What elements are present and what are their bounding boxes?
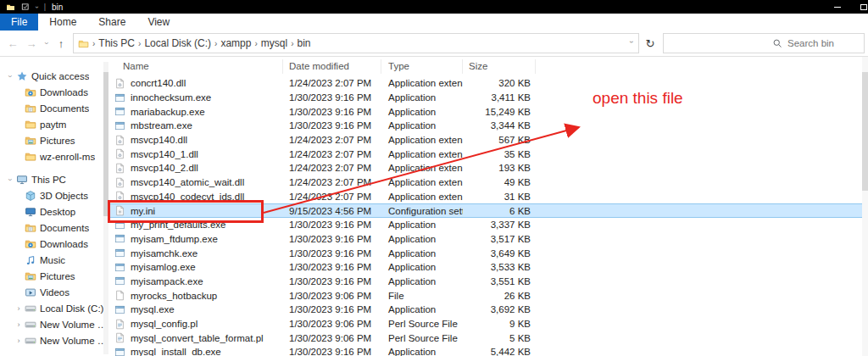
sidebar-item-local-disk-c[interactable]: ›Local Disk (C:) [0, 300, 108, 316]
sidebar-item-paytm[interactable]: paytm [0, 116, 108, 132]
file-name: my.ini [131, 206, 155, 216]
file-date-cell: 1/30/2023 9:16 PM [283, 220, 381, 230]
file-type-cell: Application [381, 347, 463, 356]
file-row-mariabackup-exe[interactable]: mariabackup.exe1/30/2023 9:16 PMApplicat… [108, 104, 868, 119]
sidebar-item-new-volume-e[interactable]: ›New Volume (E:) [0, 332, 108, 348]
expand-chevron-icon[interactable]: › [14, 304, 24, 313]
sidebar-item-pictures[interactable]: Pictures [0, 132, 108, 148]
titlebar-separator: | [44, 3, 46, 11]
file-row-myisamchk-exe[interactable]: myisamchk.exe1/30/2023 9:16 PMApplicatio… [108, 246, 868, 260]
column-header-date-modified[interactable]: Date modified [283, 59, 381, 74]
file-row-msvcp140-codecvt-ids-dll[interactable]: msvcp140_codecvt_ids.dll1/24/2023 2:07 P… [108, 190, 868, 204]
file-row-concrt140-dll[interactable]: concrt140.dll1/24/2023 2:07 PMApplicatio… [108, 76, 868, 91]
search-box[interactable]: Search bin [663, 33, 865, 53]
file-row-myisamlog-exe[interactable]: myisamlog.exe1/30/2023 9:16 PMApplicatio… [108, 260, 868, 275]
collapse-chevron-icon[interactable]: › [6, 71, 14, 81]
file-row-mysql-install-db-exe[interactable]: mysql_install_db.exe1/30/2023 9:16 PMApp… [108, 345, 868, 356]
file-row-mbstream-exe[interactable]: mbstream.exe1/30/2023 9:16 PMApplication… [108, 119, 868, 133]
file-size-cell: 49 KB [463, 177, 536, 187]
file-size-cell: 15,249 KB [463, 107, 536, 117]
file-row-msvcp140-atomic-wait-dll[interactable]: msvcp140_atomic_wait.dll1/24/2023 2:07 P… [108, 175, 868, 190]
sidebar-item-documents[interactable]: Documents [0, 220, 108, 236]
back-button[interactable]: ← [3, 37, 22, 50]
file-list-scrollbar-thumb[interactable] [862, 72, 868, 191]
file-row-innochecksum-exe[interactable]: innochecksum.exe1/30/2023 9:16 PMApplica… [108, 91, 868, 105]
file-list-scrollbar[interactable] [862, 57, 868, 356]
music-icon [24, 253, 36, 266]
file-date-cell: 1/30/2023 9:16 PM [283, 304, 381, 314]
breadcrumb[interactable]: › This PC › Local Disk (C:) › xampp › my… [73, 33, 639, 53]
minimize-button[interactable] [824, 0, 850, 14]
recent-locations-icon[interactable]: › [42, 38, 51, 49]
file-row-mysql-exe[interactable]: mysql.exe1/30/2023 9:16 PMApplication3,6… [108, 303, 868, 317]
column-header-size[interactable]: Size [463, 59, 536, 74]
sidebar-item-downloads[interactable]: Downloads [0, 236, 108, 252]
file-name: msvcp140.dll [131, 135, 187, 145]
file-row-mysql-config-pl[interactable]: mysql_config.pl1/30/2023 9:06 PMPerl Sou… [108, 317, 868, 331]
file-row-my-print-defaults-exe[interactable]: my_print_defaults.exe1/30/2023 9:16 PMAp… [108, 218, 868, 232]
tab-file[interactable]: File [0, 14, 38, 31]
breadcrumb-item-xampp[interactable]: xampp [220, 37, 251, 49]
breadcrumb-separator: › [287, 39, 297, 48]
file-row-msvcp140-1-dll[interactable]: msvcp140_1.dll1/24/2023 2:07 PMApplicati… [108, 147, 868, 161]
file-date-cell: 1/30/2023 9:16 PM [283, 262, 381, 272]
refresh-button[interactable]: ↻ [639, 37, 661, 50]
tab-share[interactable]: Share [87, 14, 136, 31]
pictures-icon [24, 134, 36, 147]
file-name-cell: msvcp140_1.dll [108, 148, 283, 160]
file-row-mysql-convert-table-format-pl[interactable]: mysql_convert_table_format.pl1/30/2023 9… [108, 331, 868, 345]
breadcrumb-item-mysql[interactable]: mysql [261, 37, 287, 49]
file-row-msvcp140-dll[interactable]: msvcp140.dll1/24/2023 2:07 PMApplication… [108, 133, 868, 147]
breadcrumb-item-this-pc[interactable]: This PC [98, 37, 135, 49]
sidebar-item-quick-access[interactable]: ›Quick access [0, 68, 108, 84]
file-row-myisam-ftdump-exe[interactable]: myisam_ftdump.exe1/30/2023 9:16 PMApplic… [108, 232, 868, 247]
forward-button[interactable]: → [22, 37, 41, 50]
sidebar-item-documents[interactable]: Documents [0, 100, 108, 116]
column-header-name[interactable]: Name [108, 59, 283, 74]
sidebar-item-this-pc[interactable]: ›This PC [0, 171, 108, 187]
sidebar-item-music[interactable]: Music [0, 252, 108, 268]
expand-chevron-icon[interactable]: › [14, 320, 24, 329]
exe-file-icon [114, 219, 126, 231]
sidebar-item-downloads[interactable]: Downloads [0, 84, 108, 100]
up-button[interactable]: ↑ [52, 37, 70, 50]
search-placeholder: Search bin [787, 38, 834, 48]
file-type-cell: Application [381, 248, 463, 259]
file-row-myrocks-hotbackup[interactable]: myrocks_hotbackup1/30/2023 9:06 PMFile26… [108, 288, 868, 303]
dll-file-icon [114, 162, 126, 174]
file-size-cell: 3,533 KB [463, 262, 536, 272]
tab-view[interactable]: View [136, 14, 181, 31]
exe-file-icon [114, 346, 126, 356]
breadcrumb-item-bin[interactable]: bin [297, 37, 310, 49]
dll-file-icon [114, 148, 126, 160]
file-row-my-ini[interactable]: my.ini9/15/2023 4:56 PMConfiguration set… [108, 203, 868, 218]
file-row-myisampack-exe[interactable]: myisampack.exe1/30/2023 9:16 PMApplicati… [108, 275, 868, 289]
file-row-msvcp140-2-dll[interactable]: msvcp140_2.dll1/24/2023 2:07 PMApplicati… [108, 161, 868, 175]
file-name-cell: mysql.exe [108, 303, 283, 315]
expand-chevron-icon[interactable]: › [14, 337, 24, 345]
maximize-button[interactable] [850, 0, 868, 14]
column-header-type[interactable]: Type [381, 59, 463, 74]
document-icon [24, 102, 36, 114]
sidebar-item-3d-objects[interactable]: 3D Objects [0, 187, 108, 203]
quick-access-toolbar-icon[interactable] [21, 3, 30, 11]
sidebar-item-label: Quick access [31, 71, 89, 81]
toolbar-customize-icon[interactable]: › [33, 6, 41, 8]
collapse-chevron-icon[interactable]: › [6, 175, 14, 185]
sidebar-item-pictures[interactable]: Pictures [0, 268, 108, 284]
sidebar-item-videos[interactable]: Videos [0, 284, 108, 300]
computer-icon [15, 173, 28, 186]
folder-icon [24, 150, 36, 163]
sidebar-item-label: This PC [31, 175, 66, 185]
exe-file-icon [114, 261, 126, 273]
sidebar-item-desktop[interactable]: Desktop [0, 203, 108, 220]
file-rows: concrt140.dll1/24/2023 2:07 PMApplicatio… [108, 76, 868, 356]
exe-file-icon [114, 248, 126, 259]
file-date-cell: 1/30/2023 9:06 PM [283, 319, 381, 329]
sidebar-item-label: Desktop [40, 207, 75, 217]
sidebar-item-new-volume-d[interactable]: ›New Volume (D:) [0, 316, 108, 332]
tab-home[interactable]: Home [38, 14, 87, 31]
sidebar-item-wz-enroll-ms[interactable]: wz-enroll-ms [0, 148, 108, 164]
address-dropdown-icon[interactable]: › [627, 41, 636, 46]
breadcrumb-item-local-disk-c[interactable]: Local Disk (C:) [144, 37, 211, 49]
